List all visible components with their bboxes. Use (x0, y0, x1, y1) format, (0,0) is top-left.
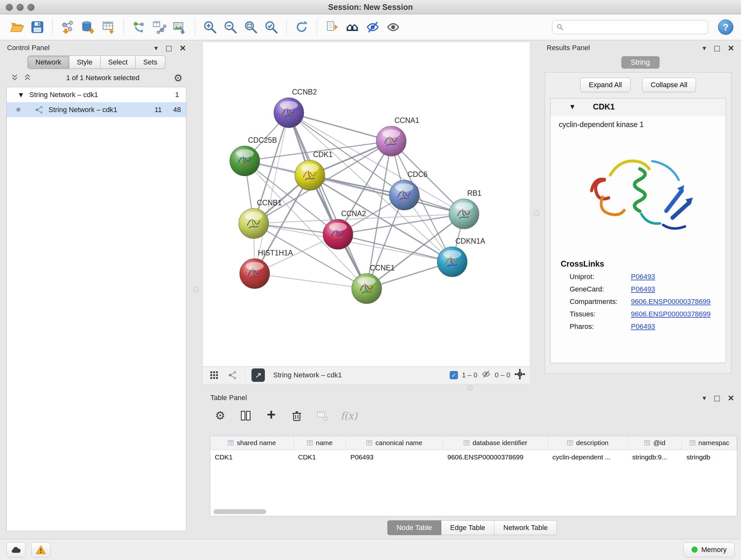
control-panel: Control Panel ▾ □ × Network Style Select… (4, 42, 189, 532)
new-network-from-selection-button[interactable] (130, 18, 148, 37)
cloud-status-button[interactable] (6, 542, 25, 557)
import-table-button[interactable] (99, 18, 118, 37)
expand-all-button[interactable]: Expand All (580, 78, 630, 92)
node-gloss-highlight (443, 250, 461, 258)
node-label-ccnb2: CCNB2 (292, 88, 317, 96)
tab-edge-table[interactable]: Edge Table (441, 520, 495, 535)
help-button[interactable]: ? (718, 19, 733, 35)
tab-network[interactable]: Network (27, 56, 69, 69)
network-overview-button[interactable] (226, 368, 240, 382)
panel-float-icon[interactable]: □ (714, 44, 721, 52)
minimize-window-button[interactable] (17, 4, 23, 11)
tab-sets[interactable]: Sets (136, 56, 165, 69)
zoom-out-button[interactable] (221, 18, 240, 37)
column-header[interactable]: database identifier (443, 436, 548, 450)
maximize-window-button[interactable] (27, 4, 35, 11)
crosslink-link[interactable]: P06493 (631, 285, 655, 294)
network-edge[interactable] (310, 175, 464, 214)
open-session-button[interactable] (8, 18, 26, 37)
collapse-entry-icon[interactable]: ▼ (570, 104, 575, 110)
node-label-ccna1: CCNA1 (394, 116, 419, 125)
tree-expander-icon[interactable]: ▼ (19, 91, 23, 98)
close-window-button[interactable] (6, 4, 13, 11)
network-edge[interactable] (255, 273, 367, 289)
network-row-selected[interactable]: String Network – cdk1 11 48 (7, 102, 186, 117)
zoom-fit-button[interactable] (242, 18, 260, 37)
network-canvas[interactable]: CCNB2CCNA1CDC25BCDK1CDC6RB1CCNB1CCNA2CDK… (203, 42, 530, 367)
panel-menu-icon[interactable]: ▾ (702, 44, 706, 52)
zoom-in-button[interactable] (201, 18, 219, 37)
selected-checkbox-icon[interactable]: ✓ (450, 371, 458, 379)
image-export-icon (172, 20, 187, 35)
column-header[interactable]: canonical name (346, 436, 443, 450)
panel-close-icon[interactable]: × (728, 393, 734, 403)
column-header[interactable]: shared name (210, 436, 293, 450)
detach-view-button[interactable]: ↗ (252, 368, 265, 382)
collapse-all-button[interactable]: Collapse All (642, 78, 696, 92)
crosslink-link[interactable]: 9606.ENSP00000378699 (631, 298, 711, 306)
global-search-field[interactable] (552, 20, 708, 34)
import-network-from-database-button[interactable] (79, 18, 97, 37)
birdseye-view-button[interactable]: ⌂⌂ (343, 18, 361, 37)
export-image-button[interactable] (171, 18, 189, 37)
table-delete-icon (316, 409, 329, 422)
tab-select[interactable]: Select (100, 56, 136, 69)
reposition-button[interactable] (514, 368, 526, 382)
warnings-button[interactable] (31, 542, 51, 557)
gene-entry-header[interactable]: ▼ CDK1 (550, 98, 726, 115)
hide-selected-button[interactable] (363, 18, 382, 37)
panel-float-icon[interactable]: □ (714, 394, 721, 402)
horizontal-splitter-handle[interactable] (467, 385, 473, 390)
floppy-disk-icon (30, 20, 45, 35)
horizontal-scrollbar-thumb[interactable] (213, 509, 266, 514)
save-session-button[interactable] (28, 18, 47, 37)
gear-icon[interactable]: ⚙ (174, 73, 183, 83)
panel-close-icon[interactable]: × (180, 43, 186, 53)
string-tab[interactable]: String (621, 56, 659, 69)
crosslink-link[interactable]: P06493 (631, 273, 655, 281)
node-gloss-highlight (246, 262, 264, 270)
memory-label: Memory (701, 546, 727, 554)
toolbar-separator (195, 18, 195, 36)
vertical-splitter-handle[interactable] (193, 287, 199, 292)
search-icon (556, 23, 564, 31)
tab-network-table[interactable]: Network Table (494, 520, 557, 535)
column-type-icon (689, 440, 696, 446)
show-columns-button[interactable] (239, 408, 253, 423)
network-collection-row[interactable]: ▼ String Network – cdk1 1 (7, 87, 186, 102)
network-edge[interactable] (289, 113, 367, 289)
collapse-all-icon[interactable] (10, 73, 19, 82)
crosslink-link[interactable]: P06493 (631, 322, 655, 331)
column-header[interactable]: namespac (682, 436, 737, 450)
delete-column-button[interactable] (289, 408, 304, 423)
toolbar-separator (317, 18, 317, 36)
expand-all-icon[interactable] (23, 73, 32, 82)
add-column-button[interactable]: + (264, 408, 279, 422)
tab-node-table[interactable]: Node Table (387, 520, 441, 535)
memory-button[interactable]: Memory (684, 543, 735, 557)
document-copy-icon (325, 20, 339, 35)
panel-menu-icon[interactable]: ▾ (154, 44, 158, 52)
search-input[interactable] (566, 23, 704, 32)
title-bar: Session: New Session (0, 0, 741, 14)
panel-menu-icon[interactable]: ▾ (702, 394, 706, 402)
grid-view-button[interactable] (207, 368, 221, 382)
panel-float-icon[interactable]: □ (165, 44, 172, 52)
show-all-button[interactable] (384, 18, 402, 37)
zoom-selected-button[interactable] (262, 18, 280, 37)
node-label-cdc6: CDC6 (408, 170, 428, 179)
column-header[interactable]: name (293, 436, 346, 450)
panel-close-icon[interactable]: × (728, 43, 734, 53)
vertical-splitter-handle[interactable] (534, 211, 539, 216)
tab-style[interactable]: Style (69, 56, 100, 69)
clone-network-button[interactable] (150, 18, 169, 37)
table-settings-gear-icon[interactable]: ⚙ (213, 408, 227, 423)
refresh-button[interactable] (292, 18, 311, 37)
copy-document-button[interactable] (323, 18, 341, 37)
import-network-from-file-button[interactable] (58, 18, 77, 37)
crosslink-label: Compartments: (569, 298, 631, 306)
table-row[interactable]: CDK1 CDK1 P06493 9606.ENSP00000378699 cy… (210, 450, 737, 464)
column-header[interactable]: @id (628, 436, 682, 450)
crosslink-link[interactable]: 9606.ENSP00000378699 (631, 310, 711, 318)
column-header[interactable]: description (548, 436, 628, 450)
